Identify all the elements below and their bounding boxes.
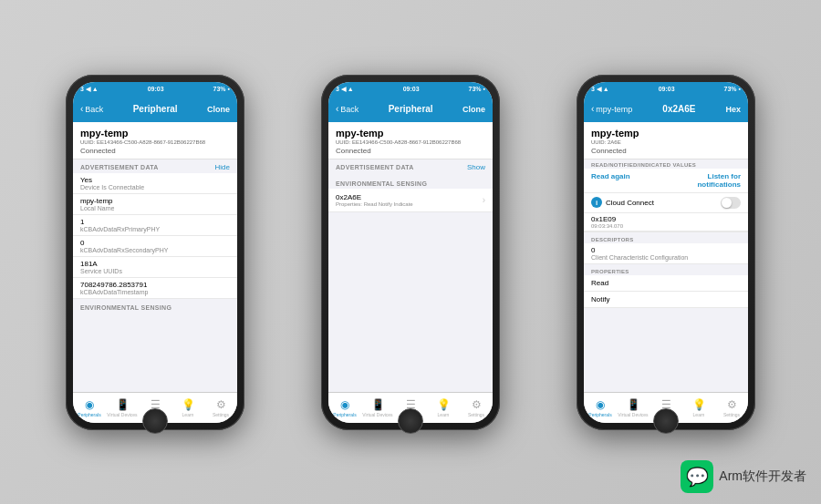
nav-bar-1: ‹ Back Peripheral Clone <box>73 97 237 122</box>
tab-virtual-3[interactable]: 📱 Virtual Devices <box>617 398 650 417</box>
back-button-1[interactable]: ‹ Back <box>80 104 103 114</box>
listen-button-3[interactable]: Listen for notifications <box>666 172 741 189</box>
device-name-1: mpy-temp <box>80 128 230 139</box>
service-name-2: 0x2A6E <box>336 193 413 201</box>
hex-value-3: 0x1E09 <box>584 213 748 223</box>
tab-learn-2[interactable]: 💡 Learn <box>427 398 460 417</box>
nav-bar-2: ‹ Back Peripheral Clone <box>328 97 493 122</box>
tab-icon-settings-2: ⚙ <box>472 398 482 411</box>
device-status-2: Connected <box>336 147 485 155</box>
watermark-logo: 💬 <box>681 460 713 493</box>
phone-2: 3 ◀ ▲ 09:03 73% ▪ ‹ Back Peripheral Clon… <box>321 75 500 430</box>
home-button-1[interactable] <box>142 408 168 434</box>
hex-timestamp-3: 09:03:34.070 <box>584 223 748 231</box>
back-button-2[interactable]: ‹ Back <box>336 104 359 114</box>
properties-header-3: PROPERTIES <box>584 266 748 275</box>
nav-action-2[interactable]: Clone <box>462 105 485 114</box>
device-header-2: mpy-temp UUID: EE143466-C500-A828-8667-9… <box>328 122 493 159</box>
adv-item-3: 0 kCBAdvDataRxSecondaryPHY <box>73 236 237 257</box>
tab-icon-virtual-3: 📱 <box>627 398 640 411</box>
adv-item-4: 181A Service UUIDs <box>73 257 237 278</box>
prop-notify-value-3: Notify <box>591 295 741 303</box>
status-center-1: 09:03 <box>148 86 164 92</box>
hex-value-block-3: 0x1E09 09:03:34.070 <box>584 213 748 232</box>
tab-settings-1[interactable]: ⚙ Settings <box>204 398 237 417</box>
tab-icon-settings-1: ⚙ <box>216 398 226 411</box>
nav-action-3[interactable]: Hex <box>725 105 741 114</box>
nav-action-1[interactable]: Clone <box>207 105 230 114</box>
cloud-connect-left-3: i Cloud Connect <box>591 197 654 208</box>
tab-label-peripherals-1: Peripherals <box>78 412 100 417</box>
adv-item-main-5: 708249786.2853791 <box>80 281 230 289</box>
phone-3: 3 ◀ ▲ 09:03 73% ▪ ‹ mpy-temp 0x2A6E Hex … <box>577 75 755 430</box>
adv-item-sub-4: Service UUIDs <box>80 268 230 274</box>
descriptors-title-3: DESCRIPTORS <box>591 237 741 242</box>
descriptor-item-3: 0 Client Characteristic Configuration <box>584 243 748 264</box>
nav-bar-3: ‹ mpy-temp 0x2A6E Hex <box>584 97 748 122</box>
watermark: 💬 Arm软件开发者 <box>681 460 806 493</box>
tab-settings-2[interactable]: ⚙ Settings <box>460 398 493 417</box>
adv-item-main-1: mpy-temp <box>80 197 230 205</box>
section-action-adv-1[interactable]: Hide <box>215 163 230 171</box>
tab-label-virtual-1: Virtual Devices <box>107 412 137 417</box>
tab-peripherals-1[interactable]: ◉ Peripherals <box>73 398 106 417</box>
service-item-text-2: 0x2A6E Properties: Read Notify Indicate <box>336 193 413 207</box>
phone-1: 3 ◀ ▲ 09:03 73% ▪ ‹ Back Peripheral Clon… <box>66 75 244 430</box>
tab-settings-3[interactable]: ⚙ Settings <box>715 398 748 417</box>
tab-peripherals-3[interactable]: ◉ Peripherals <box>584 398 617 417</box>
device-uuid-1: UUID: EE143466-C500-A828-8667-912B06227B… <box>80 139 230 145</box>
back-label-3: mpy-temp <box>596 105 632 114</box>
watermark-text: Arm软件开发者 <box>719 468 806 485</box>
adv-item-main-0: Yes <box>80 176 230 184</box>
tab-learn-1[interactable]: 💡 Learn <box>171 398 204 417</box>
tab-label-learn-3: Learn <box>693 412 705 417</box>
tab-label-peripherals-3: Peripherals <box>588 412 611 417</box>
service-props-2: Properties: Read Notify Indicate <box>336 201 413 207</box>
tab-icon-peripherals-1: ◉ <box>85 398 94 411</box>
adv-item-0: Yes Device Is Connectable <box>73 173 237 194</box>
char-status-3: Connected <box>591 147 741 155</box>
content-3: mpy-temp UUID: 2A6E Connected READ/NOTIF… <box>584 122 748 392</box>
tab-label-virtual-2: Virtual Devices <box>362 412 392 417</box>
back-button-3[interactable]: ‹ mpy-temp <box>591 104 632 114</box>
adv-item-main-2: 1 <box>80 218 230 226</box>
nav-title-1: Peripheral <box>133 104 178 114</box>
home-button-2[interactable] <box>398 408 423 434</box>
main-container: 3 ◀ ▲ 09:03 73% ▪ ‹ Back Peripheral Clon… <box>0 0 821 504</box>
service-item-2[interactable]: 0x2A6E Properties: Read Notify Indicate … <box>328 189 493 212</box>
read-again-button-3[interactable]: Read again <box>591 172 666 189</box>
section-header-env-1: Environmental Sensing <box>73 301 237 313</box>
status-bar-1: 3 ◀ ▲ 09:03 73% ▪ <box>73 82 237 97</box>
section-action-adv-2[interactable]: Show <box>467 163 485 171</box>
cloud-toggle-3[interactable] <box>721 197 741 209</box>
device-header-3: mpy-temp UUID: 2A6E Connected <box>584 122 748 159</box>
adv-item-main-3: 0 <box>80 239 230 247</box>
read-section-title-3: READ/NOTIFIED/INDICATED VALUES <box>591 162 741 168</box>
descriptor-value-3: 0 <box>591 246 741 254</box>
adv-item-sub-0: Device Is Connectable <box>80 184 230 190</box>
adv-item-2: 1 kCBAdvDataRxPrimaryPHY <box>73 215 237 236</box>
tab-virtual-2[interactable]: 📱 Virtual Devices <box>361 398 394 417</box>
read-notify-row-3: Read again Listen for notifications <box>584 169 748 193</box>
section-title-adv-2: ADVERTISEMENT DATA <box>336 164 414 170</box>
home-button-3[interactable] <box>653 408 679 434</box>
adv-item-1: mpy-temp Local Name <box>73 194 237 215</box>
tab-learn-3[interactable]: 💡 Learn <box>682 398 715 417</box>
tab-icon-settings-3: ⚙ <box>727 398 737 411</box>
back-label-1: Back <box>85 105 103 114</box>
prop-read-value-3: Read <box>591 279 741 287</box>
tab-peripherals-2[interactable]: ◉ Peripherals <box>328 398 361 417</box>
tab-icon-learn-2: 💡 <box>437 398 451 411</box>
device-name-3: mpy-temp <box>591 128 741 139</box>
nav-title-3: 0x2A6E <box>662 104 695 114</box>
device-name-2: mpy-temp <box>336 128 485 139</box>
status-center-3: 09:03 <box>659 86 675 92</box>
tab-label-settings-2: Settings <box>468 412 484 417</box>
status-right-2: 73% ▪ <box>469 86 485 92</box>
adv-item-sub-3: kCBAdvDataRxSecondaryPHY <box>80 247 230 253</box>
section-title-env-2: Environmental Sensing <box>336 180 427 187</box>
tab-virtual-1[interactable]: 📱 Virtual Devices <box>106 398 139 417</box>
descriptor-sub-3: Client Characteristic Configuration <box>591 254 741 261</box>
info-icon-3: i <box>591 197 602 208</box>
device-header-1: mpy-temp UUID: EE143466-C500-A828-8667-9… <box>73 122 237 159</box>
